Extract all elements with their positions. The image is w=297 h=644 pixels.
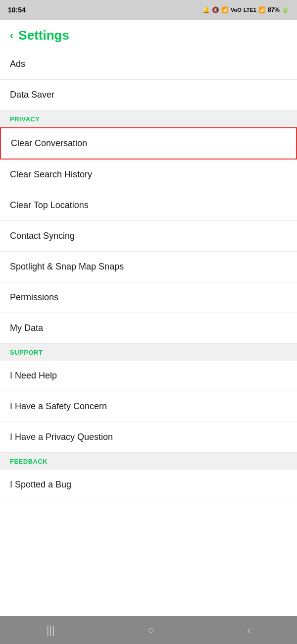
section-label: FEEDBACK <box>10 458 48 465</box>
menu-item-i-have-a-safety-concern[interactable]: I Have a Safety Concern <box>0 391 297 422</box>
menu-item-my-data[interactable]: My Data <box>0 313 297 344</box>
status-icons: 🔔 🔇 📶 VoO LTE1 📶 87% 🔋 <box>202 6 289 13</box>
battery-icon: 🔋 <box>282 6 289 13</box>
menu-item-clear-conversation[interactable]: Clear Conversation <box>0 127 297 160</box>
wifi-icon: 📶 <box>221 6 229 13</box>
menu-item-label: I Spotted a Bug <box>10 480 71 489</box>
menu-item-permissions[interactable]: Permissions <box>0 282 297 313</box>
nav-bar: ||| ○ ‹ <box>0 616 297 644</box>
menu-item-label: Permissions <box>10 292 58 302</box>
menu-item-label: My Data <box>10 323 43 333</box>
menu-item-label: Data Saver <box>10 90 54 100</box>
menu-item-label: Contact Syncing <box>10 231 75 241</box>
notification-icon: 🔔 <box>202 6 210 13</box>
menu-item-ads[interactable]: Ads <box>0 49 297 80</box>
menu-item-data-saver[interactable]: Data Saver <box>0 80 297 110</box>
back-button[interactable]: ‹ <box>10 29 13 42</box>
menu-item-i-spotted-a-bug[interactable]: I Spotted a Bug <box>0 470 297 500</box>
status-time: 10:54 <box>8 6 26 14</box>
menu-item-label: Clear Top Locations <box>10 200 89 210</box>
section-header-privacy: PRIVACY <box>0 110 297 127</box>
page-title: Settings <box>18 28 69 43</box>
settings-header: ‹ Settings <box>0 20 297 49</box>
section-label: PRIVACY <box>10 115 40 123</box>
menu-list: AdsData SaverPRIVACYClear ConversationCl… <box>0 49 297 500</box>
signal-bars: 📶 <box>258 6 266 13</box>
mute-icon: 🔇 <box>212 6 219 13</box>
section-label: SUPPORT <box>10 349 43 356</box>
nav-recent-apps-icon[interactable]: ||| <box>47 624 55 637</box>
menu-item-label: Spotlight & Snap Map Snaps <box>10 262 124 271</box>
menu-item-label: I Need Help <box>10 371 57 380</box>
menu-item-clear-top-locations[interactable]: Clear Top Locations <box>0 190 297 221</box>
lte-text: LTE1 <box>244 7 256 13</box>
menu-item-spotlight--snap-map-snaps[interactable]: Spotlight & Snap Map Snaps <box>0 252 297 282</box>
signal-text: VoO <box>231 7 242 13</box>
section-header-support: SUPPORT <box>0 344 297 361</box>
battery-text: 87% <box>268 6 280 13</box>
menu-item-label: I Have a Privacy Question <box>10 432 113 442</box>
menu-item-label: Clear Conversation <box>11 138 87 148</box>
menu-item-i-have-a-privacy-question[interactable]: I Have a Privacy Question <box>0 422 297 453</box>
menu-item-clear-search-history[interactable]: Clear Search History <box>0 160 297 190</box>
menu-item-i-need-help[interactable]: I Need Help <box>0 361 297 391</box>
nav-back-icon[interactable]: ‹ <box>248 625 251 636</box>
status-bar: 10:54 🔔 🔇 📶 VoO LTE1 📶 87% 🔋 <box>0 0 297 20</box>
section-header-feedback: FEEDBACK <box>0 453 297 470</box>
menu-item-label: I Have a Safety Concern <box>10 401 107 411</box>
nav-home-icon[interactable]: ○ <box>148 624 154 637</box>
menu-item-label: Clear Search History <box>10 169 92 179</box>
menu-item-contact-syncing[interactable]: Contact Syncing <box>0 221 297 252</box>
menu-item-label: Ads <box>10 59 25 69</box>
